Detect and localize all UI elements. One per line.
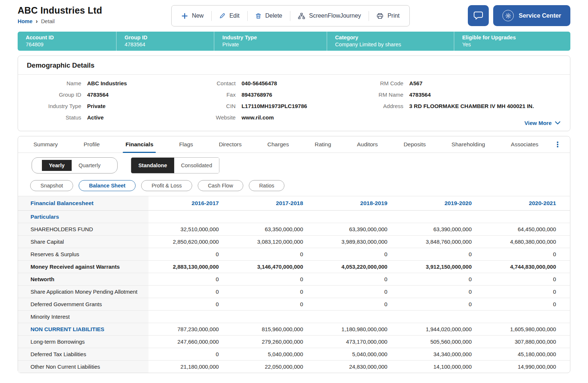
tab-directors[interactable]: Directors <box>218 136 242 153</box>
printer-icon <box>377 13 383 19</box>
service-center-label: Service Center <box>519 12 561 19</box>
row-value <box>317 311 401 323</box>
row-value: 0 <box>233 248 317 261</box>
tab-shareholding[interactable]: Shareholding <box>451 136 486 153</box>
row-value: 815,960,000,000 <box>233 323 317 336</box>
toggle-quarterly[interactable]: Quarterly <box>72 160 108 171</box>
row-value <box>317 211 401 223</box>
field-rm-name: RM Name4783564 <box>360 92 561 103</box>
info-value: Private <box>222 41 327 48</box>
row-value: 63,390,000,000 <box>401 223 485 236</box>
row-value <box>401 211 485 223</box>
page-title: ABC Industries Ltd <box>18 5 102 16</box>
row-value <box>486 311 570 323</box>
financials-card: SummaryProfileFinancialsFlagsDirectorsCh… <box>18 136 570 373</box>
toggle-consolidated[interactable]: Consolidated <box>174 158 219 173</box>
field-value: 3 RD FLOORMAKE CHAMBER IV MH 400021 IN. <box>409 103 534 109</box>
subtab-cash-flow[interactable]: Cash Flow <box>198 180 244 191</box>
service-center-button[interactable]: Service Center <box>493 5 570 26</box>
flow-icon <box>298 13 305 19</box>
table-row: Reserves & Surplus00000 <box>18 248 570 261</box>
field-group-id: Group ID4783564 <box>27 92 187 103</box>
row-value: 5,040,000,000 <box>317 348 401 361</box>
field-label: Website <box>187 114 236 121</box>
row-label: Particulars <box>18 211 148 223</box>
subtab-ratios[interactable]: Ratios <box>249 180 284 191</box>
toolbar-button-label: Delete <box>265 12 282 19</box>
tab-profile[interactable]: Profile <box>83 136 100 153</box>
row-value <box>148 311 233 323</box>
tab-rating[interactable]: Rating <box>314 136 332 153</box>
tab-summary[interactable]: Summary <box>33 136 58 153</box>
tab-associates[interactable]: Associates <box>510 136 539 153</box>
row-value: 22,050,000,000 <box>233 361 317 373</box>
row-value: 4,053,220,000,000 <box>317 261 401 273</box>
row-value: 3,848,760,000,000 <box>401 236 485 248</box>
tab-charges[interactable]: Charges <box>267 136 290 153</box>
table-row: Networth00000 <box>18 273 570 286</box>
tab-financials[interactable]: Financials <box>125 136 154 153</box>
chat-button[interactable] <box>468 5 489 26</box>
row-value: 0 <box>233 273 317 286</box>
tab-deposits[interactable]: Deposits <box>403 136 426 153</box>
row-value: 0 <box>401 248 485 261</box>
row-value <box>401 311 485 323</box>
row-value: 0 <box>148 273 233 286</box>
row-value <box>148 211 233 223</box>
subtab-profit-loss[interactable]: Profit & Loss <box>141 180 192 191</box>
breadcrumb: Home › Detail <box>18 18 102 24</box>
field-cin: CINL17110MH1973PLC19786 <box>187 103 360 114</box>
tab-auditors[interactable]: Auditors <box>356 136 379 153</box>
demographic-column: Contact040-56456478Fax8943768976CINL1711… <box>187 80 360 126</box>
row-value: 4,744,830,000,000 <box>486 261 570 273</box>
chat-bubble-icon <box>473 11 483 20</box>
row-value: 32,510,000,000 <box>148 223 233 236</box>
row-value: 3,146,470,000,000 <box>233 261 317 273</box>
row-value: 0 <box>317 248 401 261</box>
toggle-standalone[interactable]: Standalone <box>131 158 174 173</box>
print-button[interactable]: Print <box>369 6 407 26</box>
edit-button[interactable]: Edit <box>212 6 247 26</box>
toolbar-button-label: Edit <box>229 12 240 19</box>
breadcrumb-current: Detail <box>41 18 55 24</box>
subtab-snapshot[interactable]: Snapshot <box>30 180 73 191</box>
row-value: 787,230,000,000 <box>148 323 233 336</box>
field-value: 4783564 <box>87 92 108 98</box>
breadcrumb-home-link[interactable]: Home <box>18 18 32 24</box>
view-more-link[interactable]: View More <box>524 120 560 126</box>
field-label: Address <box>360 103 404 109</box>
subtabs-row: SnapshotBalance SheetProfit & LossCash F… <box>18 177 570 196</box>
row-value <box>233 211 317 223</box>
demographic-column: NameABC IndustriesGroup ID4783564Industr… <box>27 80 187 126</box>
row-label: Other Non Current Liabilities <box>18 361 148 373</box>
table-row: Minority Interest <box>18 311 570 323</box>
row-value: 0 <box>486 286 570 298</box>
field-label: Status <box>27 114 81 121</box>
title-block: ABC Industries Ltd Home › Detail <box>18 5 102 24</box>
row-value: 505,560,000,000 <box>401 336 485 348</box>
row-label: Deferred Government Grants <box>18 298 148 311</box>
row-value: 0 <box>317 273 401 286</box>
new-button[interactable]: New <box>174 6 211 26</box>
view-more-label: View More <box>524 120 552 126</box>
row-value: 1,180,980,000,000 <box>317 323 401 336</box>
row-label: Deferred Tax Liabilities <box>18 348 148 361</box>
row-value: 4,680,380,000,000 <box>486 236 570 248</box>
row-value: 0 <box>486 273 570 286</box>
row-value: 307,880,000,000 <box>486 336 570 348</box>
kebab-menu-icon[interactable]: ⋮ <box>554 140 561 149</box>
toggle-yearly[interactable]: Yearly <box>42 160 72 171</box>
subtab-balance-sheet[interactable]: Balance Sheet <box>79 180 136 191</box>
row-value: 14,100,000,000 <box>401 361 485 373</box>
row-value: 24,830,000,000 <box>317 361 401 373</box>
screenflowjourney-button[interactable]: ScreenFlowJourney <box>290 6 369 26</box>
field-label: CIN <box>187 103 236 109</box>
tab-flags[interactable]: Flags <box>178 136 194 153</box>
delete-button[interactable]: Delete <box>248 6 290 26</box>
table-row: Money Received against Warrants2,883,130… <box>18 261 570 273</box>
table-row: SHAREHOLDERS FUND32,510,000,00063,350,00… <box>18 223 570 236</box>
row-value: 0 <box>317 286 401 298</box>
info-segment-account-id: Account ID764809 <box>18 32 116 51</box>
toolbar-button-label: ScreenFlowJourney <box>309 12 361 19</box>
toggle-group: YearlyQuarterly <box>32 157 118 173</box>
